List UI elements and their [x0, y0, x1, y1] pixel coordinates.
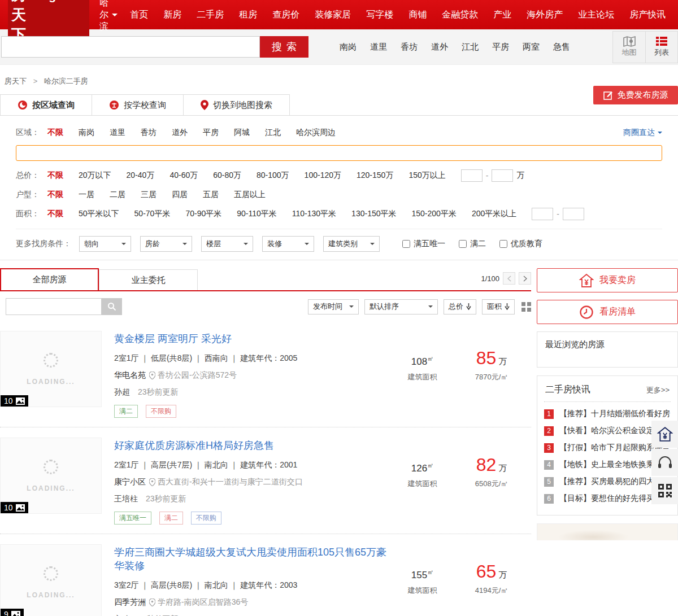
price-max-input[interactable] — [492, 169, 513, 182]
layout-option[interactable]: 四居 — [172, 190, 188, 200]
agent-name[interactable]: 孙超 — [114, 387, 130, 396]
region-option[interactable]: 江北 — [265, 128, 281, 138]
business-district-link[interactable]: 商圈直达 — [623, 128, 662, 138]
community-address[interactable]: 香坊公园-公滨路572号 — [149, 370, 237, 381]
layout-option[interactable]: 五居 — [203, 190, 219, 200]
community-address[interactable]: 西大直街-和兴十一道街与康宁二道街交口 — [149, 477, 303, 487]
area-min-input[interactable] — [532, 208, 553, 220]
region-option[interactable]: 平房 — [203, 128, 219, 138]
breadcrumb-home[interactable]: 房天下 — [5, 77, 27, 85]
main-menu-item[interactable]: 新房 — [163, 9, 181, 21]
area-option[interactable]: 130-150平米 — [351, 209, 396, 219]
area-option[interactable]: 70-90平米 — [185, 209, 221, 219]
publish-time-select[interactable]: 发布时间 — [308, 299, 359, 314]
quick-link[interactable]: 南岗 — [340, 42, 357, 53]
main-menu-item[interactable]: 首页 — [130, 9, 148, 21]
qr-code-button[interactable] — [651, 477, 678, 504]
area-option[interactable]: 150-200平米 — [412, 209, 457, 219]
layout-option[interactable]: 不限 — [47, 190, 63, 200]
main-menu-item[interactable]: 产业 — [493, 9, 511, 21]
area-option[interactable]: 200平米以上 — [472, 209, 516, 219]
list-view-button[interactable]: 列表 — [645, 32, 677, 63]
area-max-input[interactable] — [563, 208, 584, 220]
price-option[interactable]: 不限 — [47, 171, 63, 181]
price-option[interactable]: 20万以下 — [79, 171, 111, 181]
search-button[interactable]: 搜索 — [260, 36, 308, 58]
main-menu-item[interactable]: 二手房 — [197, 9, 224, 21]
quick-link[interactable]: 平房 — [492, 42, 509, 53]
area-option[interactable]: 110-130平米 — [292, 209, 336, 219]
listing-photo[interactable]: LOADING... 9 — [0, 544, 102, 616]
main-menu-item[interactable]: 装修家居 — [315, 9, 351, 21]
region-option[interactable]: 南岗 — [79, 128, 94, 138]
price-option[interactable]: 40-60万 — [169, 171, 198, 181]
community-address[interactable]: 学府路-南岗区启智路36号 — [149, 597, 248, 608]
sort-by-area-button[interactable]: 面积 — [482, 299, 515, 314]
search-input[interactable] — [1, 36, 260, 58]
sell-house-tool-button[interactable] — [651, 421, 678, 448]
agent-name[interactable]: 王培柱 — [114, 494, 138, 503]
quick-link[interactable]: 香坊 — [401, 42, 418, 53]
quick-link[interactable]: 急售 — [553, 42, 570, 53]
layout-option[interactable]: 二居 — [110, 190, 125, 200]
sell-house-button[interactable]: 我要卖房 — [537, 268, 678, 292]
layout-option[interactable]: 三居 — [141, 190, 157, 200]
price-option[interactable]: 80-100万 — [257, 171, 289, 181]
main-menu-item[interactable]: 金融贷款 — [442, 9, 478, 21]
region-option[interactable]: 哈尔滨周边 — [296, 128, 336, 138]
quick-link[interactable]: 江北 — [462, 42, 479, 53]
news-more-link[interactable]: 更多>> — [646, 385, 670, 395]
layout-option[interactable]: 一居 — [79, 190, 94, 200]
area-option[interactable]: 90-110平米 — [237, 209, 277, 219]
main-menu-item[interactable]: 海外房产 — [527, 9, 563, 21]
quick-link[interactable]: 道里 — [370, 42, 387, 53]
building-age-select[interactable]: 房龄 — [140, 236, 192, 252]
orientation-select[interactable]: 朝向 — [79, 236, 131, 252]
tab-school-query[interactable]: 按学校查询 — [92, 94, 184, 115]
main-menu-item[interactable]: 商铺 — [408, 9, 427, 21]
main-menu-item[interactable]: 写字楼 — [366, 9, 393, 21]
decoration-select[interactable]: 装修 — [262, 236, 314, 252]
community-name[interactable]: 华电名苑 — [114, 370, 146, 381]
tab-owner-entrust[interactable]: 业主委托 — [99, 269, 198, 290]
listing-title[interactable]: 好家庭优质房源标准H格局好房急售 — [114, 439, 274, 452]
region-option[interactable]: 不限 — [47, 128, 63, 138]
city-selector[interactable]: 哈尔滨 — [99, 0, 118, 33]
two-years-checkbox[interactable] — [459, 240, 467, 248]
price-option[interactable]: 60-80万 — [213, 171, 241, 181]
region-option[interactable]: 道外 — [172, 128, 188, 138]
listing-photo[interactable]: LOADING... 10 — [0, 438, 102, 514]
floor-select[interactable]: 楼层 — [201, 236, 253, 252]
quick-link[interactable]: 道外 — [431, 42, 448, 53]
grid-view-icon[interactable] — [521, 302, 531, 312]
area-option[interactable]: 50-70平米 — [134, 209, 171, 219]
listing-title[interactable]: 黄金楼层 两室明厅 采光好 — [114, 332, 232, 346]
region-option[interactable]: 阿城 — [234, 128, 250, 138]
community-name[interactable]: 康宁小区 — [114, 477, 146, 487]
community-name[interactable]: 四季芳洲 — [114, 597, 146, 608]
watchlist-button[interactable]: 看房清单 — [537, 300, 678, 324]
main-menu-item[interactable]: 房产快讯 — [629, 9, 666, 21]
main-menu-item[interactable]: 业主论坛 — [578, 9, 614, 21]
area-option[interactable]: 50平米以下 — [79, 209, 119, 219]
listing-search-input[interactable] — [6, 298, 102, 315]
five-years-unique-checkbox[interactable] — [402, 240, 410, 248]
main-menu-item[interactable]: 租房 — [239, 9, 257, 21]
tab-all-listings[interactable]: 全部房源 — [0, 268, 99, 290]
price-option[interactable]: 100-120万 — [305, 171, 341, 181]
next-page-button[interactable] — [519, 272, 531, 285]
sort-by-price-button[interactable]: 总价 — [444, 299, 476, 314]
prev-page-button[interactable] — [503, 272, 515, 285]
quality-education-checkbox[interactable] — [499, 240, 507, 248]
customer-service-button[interactable] — [651, 449, 678, 476]
main-menu-item[interactable]: 查房价 — [272, 9, 299, 21]
price-option[interactable]: 150万以上 — [408, 171, 445, 181]
area-option[interactable]: 不限 — [47, 209, 63, 219]
listing-title[interactable]: 学府三商圈大学城超级大复试大甩卖使用面积105只售65万豪华装修 — [114, 545, 393, 573]
tab-region-query[interactable]: 按区域查询 — [0, 94, 92, 115]
quick-link[interactable]: 两室 — [523, 42, 540, 53]
listing-photo[interactable]: LOADING... 10 — [0, 331, 102, 407]
layout-option[interactable]: 五居以上 — [234, 190, 266, 200]
checkbox-two-years[interactable]: 满二 — [459, 239, 486, 249]
building-type-select[interactable]: 建筑类别 — [323, 236, 380, 252]
